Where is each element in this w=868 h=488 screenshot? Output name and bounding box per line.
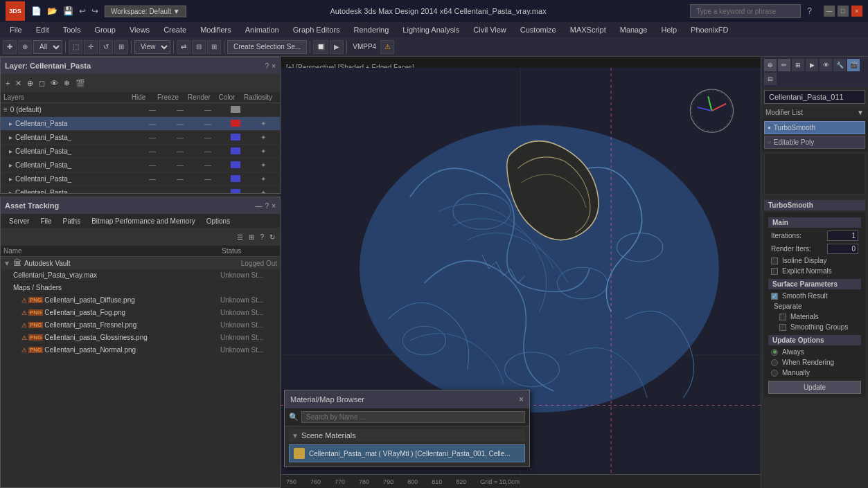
rp-render-icon[interactable]: 🎬 xyxy=(847,59,860,71)
ts-materials-checkbox[interactable] xyxy=(779,314,786,320)
menu-modifiers[interactable]: Modifiers xyxy=(193,24,238,35)
selection-filter[interactable]: All xyxy=(33,40,62,54)
ts-render-iters-input[interactable] xyxy=(827,244,858,254)
asset-help[interactable]: ? xyxy=(258,233,266,242)
asset-list-item[interactable]: Maps / Shaders xyxy=(1,282,280,294)
asset-close-btn[interactable]: × xyxy=(272,202,276,210)
modifier-list-dropdown[interactable]: ▼ xyxy=(857,109,864,116)
menu-edit[interactable]: Edit xyxy=(29,24,56,35)
ts-explicit-checkbox[interactable] xyxy=(771,268,778,275)
asset-list-item[interactable]: ⚠PNG Cellentani_pasta_Glossiness.png Unk… xyxy=(1,332,280,344)
rotate-btn[interactable]: ↺ xyxy=(99,40,113,54)
align-btn[interactable]: ⊟ xyxy=(192,40,206,54)
layer-row[interactable]: ▸ Cellentani_Pasta_ — — — ✦ xyxy=(1,159,280,172)
layer-help-btn[interactable]: ? xyxy=(265,62,269,70)
move-tool[interactable]: ⊕ xyxy=(18,40,32,54)
open-icon[interactable]: 📂 xyxy=(45,5,60,17)
scale-btn[interactable]: ⊞ xyxy=(114,40,128,54)
menu-tools[interactable]: Tools xyxy=(56,24,88,35)
layer-hide-btn[interactable]: 👁 xyxy=(48,78,60,88)
workspace-dropdown[interactable]: Workspace: Default ▼ xyxy=(105,6,186,17)
modifier-editable-poly[interactable]: ○ Editable Poly xyxy=(764,136,865,149)
layer-select-btn[interactable]: ◻ xyxy=(37,78,47,89)
asset-list-item[interactable]: ⚠PNG Cellentani_pasta_Fresnel.png Unknow… xyxy=(1,319,280,332)
asset-menu-server[interactable]: Server xyxy=(3,217,35,226)
asset-list-item[interactable]: ⚠PNG Cellentani_pasta_Diffuse.png Unknow… xyxy=(1,294,280,307)
layer-add-btn[interactable]: ⊕ xyxy=(25,78,35,89)
menu-views[interactable]: Views xyxy=(123,24,157,35)
ts-smooth-checkbox[interactable]: ✓ xyxy=(771,293,778,300)
menu-graph-editors[interactable]: Graph Editors xyxy=(286,24,347,35)
menu-create[interactable]: Create xyxy=(157,24,193,35)
select-region[interactable]: ⬚ xyxy=(69,40,82,54)
asset-menu-options[interactable]: Options xyxy=(201,217,236,226)
layer-delete-btn[interactable]: ✕ xyxy=(13,78,24,89)
asset-menu-bitmap[interactable]: Bitmap Performance and Memory xyxy=(86,217,201,226)
mat-item-cellentani[interactable]: Cellentani_Pasta_mat ( VRayMtl ) [Cellen… xyxy=(289,444,525,462)
layer-render-btn[interactable]: 🎬 xyxy=(73,78,87,89)
ts-always-radio[interactable] xyxy=(771,349,778,356)
asset-menu-paths[interactable]: Paths xyxy=(57,217,87,226)
mirror-btn[interactable]: ⇄ xyxy=(177,40,191,54)
ts-update-btn[interactable]: Update xyxy=(768,381,861,394)
asset-list-item[interactable]: Cellentani_Pasta_vray.max Unknown St... xyxy=(1,269,280,282)
move-btn[interactable]: ✛ xyxy=(84,40,98,54)
menu-lighting[interactable]: Lighting Analysis xyxy=(396,24,466,35)
menu-civil-view[interactable]: Civil View xyxy=(466,24,513,35)
menu-maxscript[interactable]: MAXScript xyxy=(563,24,613,35)
rp-motion-icon[interactable]: ▶ xyxy=(806,59,818,71)
ts-iterations-input[interactable] xyxy=(827,231,858,241)
redo-icon[interactable]: ↪ xyxy=(89,5,100,17)
layer-row[interactable]: ▸ Cellentani_Pasta_ — — — ✦ xyxy=(1,186,280,193)
rp-extra-icon[interactable]: ⊟ xyxy=(764,73,777,85)
close-button[interactable]: × xyxy=(851,6,862,17)
rp-tools-icon[interactable]: 🔧 xyxy=(833,59,846,71)
array-btn[interactable]: ⊞ xyxy=(207,40,221,54)
render-btn[interactable]: ▶ xyxy=(330,40,344,54)
search-input[interactable] xyxy=(690,4,801,18)
asset-help-btn[interactable]: ? xyxy=(265,202,269,210)
menu-animation[interactable]: Animation xyxy=(238,24,286,35)
rp-create-icon[interactable]: ⊕ xyxy=(764,59,777,71)
menu-group[interactable]: Group xyxy=(87,24,123,35)
layer-close-btn[interactable]: × xyxy=(272,62,276,70)
undo-icon[interactable]: ↩ xyxy=(77,5,88,17)
maximize-button[interactable]: □ xyxy=(838,6,849,17)
asset-list-item[interactable]: ⚠PNG Cellentani_pasta_Normal.png Unknown… xyxy=(1,344,280,356)
menu-phoenixfd[interactable]: PhoenixFD xyxy=(684,24,735,35)
mat-search-input[interactable] xyxy=(301,411,525,423)
menu-help[interactable]: Help xyxy=(654,24,684,35)
layer-new-btn[interactable]: + xyxy=(3,78,12,88)
asset-minimize-btn[interactable]: — xyxy=(256,202,263,210)
ts-isoline-checkbox[interactable] xyxy=(771,257,778,264)
layer-row[interactable]: ▸ Cellentani_Pasta_ — — — ✦ xyxy=(1,131,280,145)
save-icon[interactable]: 💾 xyxy=(61,5,76,17)
rp-hierarchy-icon[interactable]: ⊞ xyxy=(792,59,804,71)
ts-when-rendering-radio[interactable] xyxy=(771,359,778,366)
ts-smoothing-checkbox[interactable] xyxy=(779,324,786,331)
rp-display-icon[interactable]: 👁 xyxy=(820,59,832,71)
warning-icon[interactable]: ⚠ xyxy=(380,40,394,54)
asset-list-item[interactable]: ⚠PNG Cellentani_pasta_Fog.png Unknown St… xyxy=(1,307,280,319)
layer-row[interactable]: ≡ 0 (default) — — — xyxy=(1,103,280,117)
asset-vault-header[interactable]: ▼ 🏛 Autodesk Vault Logged Out xyxy=(1,257,280,269)
ts-manually-radio[interactable] xyxy=(771,370,778,377)
layer-row[interactable]: ▸ Cellentani_Pasta_ — — — ✦ xyxy=(1,145,280,159)
object-name[interactable]: Cellentani_Pasta_011 xyxy=(764,90,865,104)
menu-manage[interactable]: Manage xyxy=(613,24,655,35)
mat-browser-close-btn[interactable]: × xyxy=(519,395,524,404)
view-mode[interactable]: View xyxy=(134,40,170,54)
menu-rendering[interactable]: Rendering xyxy=(347,24,396,35)
menu-customize[interactable]: Customize xyxy=(513,24,563,35)
asset-list-view[interactable]: ☰ xyxy=(235,233,245,242)
modifier-turbosmooth[interactable]: ● TurboSmooth xyxy=(764,121,865,134)
mat-scene-header[interactable]: ▼ Scene Materials xyxy=(289,429,525,442)
rp-modify-icon[interactable]: ✏ xyxy=(778,59,790,71)
minimize-button[interactable]: — xyxy=(824,6,835,17)
help-icon[interactable]: ? xyxy=(805,5,814,17)
asset-icon-view[interactable]: ⊞ xyxy=(247,233,256,242)
menu-file[interactable]: File xyxy=(3,24,29,35)
asset-menu-file[interactable]: File xyxy=(35,217,57,226)
new-icon[interactable]: 📄 xyxy=(29,5,44,17)
layer-freeze-btn[interactable]: ❄ xyxy=(62,78,72,89)
